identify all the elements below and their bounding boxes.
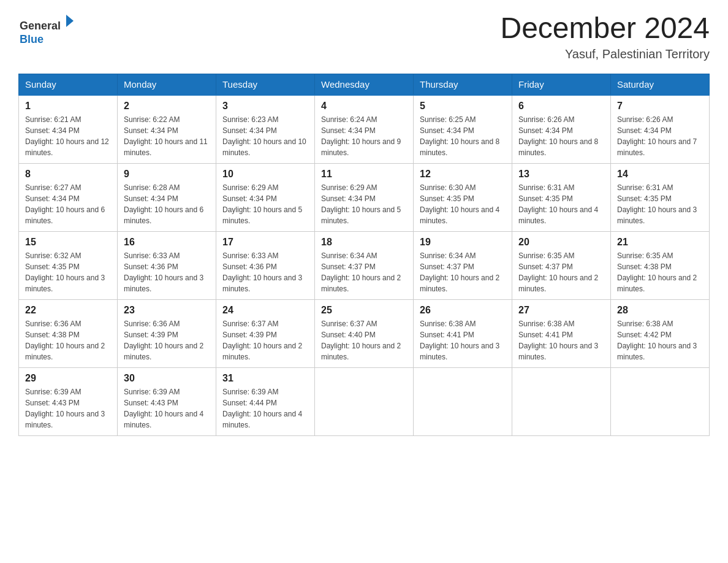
svg-text:Blue: Blue — [20, 33, 44, 45]
calendar-day: 22Sunrise: 6:36 AMSunset: 4:38 PMDayligh… — [19, 299, 118, 367]
day-number: 11 — [321, 169, 407, 180]
day-info: Sunrise: 6:36 AMSunset: 4:38 PMDaylight:… — [25, 318, 111, 362]
day-info: Sunrise: 6:25 AMSunset: 4:34 PMDaylight:… — [420, 114, 506, 158]
calendar-week-1: 1Sunrise: 6:21 AMSunset: 4:34 PMDaylight… — [19, 95, 710, 164]
calendar-day: 15Sunrise: 6:32 AMSunset: 4:35 PMDayligh… — [19, 231, 118, 299]
calendar-day: 24Sunrise: 6:37 AMSunset: 4:39 PMDayligh… — [216, 299, 315, 367]
calendar-week-5: 29Sunrise: 6:39 AMSunset: 4:43 PMDayligh… — [19, 367, 710, 435]
calendar-day: 1Sunrise: 6:21 AMSunset: 4:34 PMDaylight… — [19, 95, 118, 164]
calendar-day: 16Sunrise: 6:33 AMSunset: 4:36 PMDayligh… — [118, 231, 216, 299]
location-title: Yasuf, Palestinian Territory — [500, 47, 710, 61]
calendar-day: 21Sunrise: 6:35 AMSunset: 4:38 PMDayligh… — [611, 231, 710, 299]
day-number: 3 — [222, 101, 308, 112]
day-info: Sunrise: 6:26 AMSunset: 4:34 PMDaylight:… — [617, 114, 703, 158]
day-info: Sunrise: 6:39 AMSunset: 4:44 PMDaylight:… — [222, 386, 308, 431]
day-number: 16 — [124, 237, 210, 248]
calendar-day: 10Sunrise: 6:29 AMSunset: 4:34 PMDayligh… — [216, 163, 315, 231]
calendar-day: 19Sunrise: 6:34 AMSunset: 4:37 PMDayligh… — [414, 231, 512, 299]
day-info: Sunrise: 6:33 AMSunset: 4:36 PMDaylight:… — [124, 250, 210, 294]
calendar-day: 4Sunrise: 6:24 AMSunset: 4:34 PMDaylight… — [315, 95, 414, 164]
calendar-day: 18Sunrise: 6:34 AMSunset: 4:37 PMDayligh… — [315, 231, 414, 299]
calendar-day: 23Sunrise: 6:36 AMSunset: 4:39 PMDayligh… — [118, 299, 216, 367]
calendar-day: 26Sunrise: 6:38 AMSunset: 4:41 PMDayligh… — [414, 299, 512, 367]
day-number: 7 — [617, 101, 703, 112]
logo-svg: General Blue — [18, 12, 74, 49]
day-info: Sunrise: 6:32 AMSunset: 4:35 PMDaylight:… — [25, 250, 111, 294]
calendar-day: 25Sunrise: 6:37 AMSunset: 4:40 PMDayligh… — [315, 299, 414, 367]
calendar-week-3: 15Sunrise: 6:32 AMSunset: 4:35 PMDayligh… — [19, 231, 710, 299]
day-info: Sunrise: 6:22 AMSunset: 4:34 PMDaylight:… — [124, 114, 210, 158]
calendar-day: 28Sunrise: 6:38 AMSunset: 4:42 PMDayligh… — [611, 299, 710, 367]
day-header-tuesday: Tuesday — [216, 74, 315, 95]
calendar-day: 3Sunrise: 6:23 AMSunset: 4:34 PMDaylight… — [216, 95, 315, 164]
calendar-week-4: 22Sunrise: 6:36 AMSunset: 4:38 PMDayligh… — [19, 299, 710, 367]
day-info: Sunrise: 6:23 AMSunset: 4:34 PMDaylight:… — [222, 114, 308, 158]
day-info: Sunrise: 6:29 AMSunset: 4:34 PMDaylight:… — [222, 182, 308, 226]
day-number: 5 — [420, 101, 506, 112]
calendar-day: 20Sunrise: 6:35 AMSunset: 4:37 PMDayligh… — [512, 231, 611, 299]
day-info: Sunrise: 6:24 AMSunset: 4:34 PMDaylight:… — [321, 114, 407, 158]
header-row: SundayMondayTuesdayWednesdayThursdayFrid… — [19, 74, 710, 95]
day-number: 28 — [617, 305, 703, 316]
calendar-day: 14Sunrise: 6:31 AMSunset: 4:35 PMDayligh… — [611, 163, 710, 231]
logo: General Blue — [18, 12, 74, 49]
day-number: 31 — [222, 373, 308, 384]
page-header: General Blue December 2024 Yasuf, Palest… — [18, 12, 710, 61]
day-info: Sunrise: 6:39 AMSunset: 4:43 PMDaylight:… — [25, 386, 111, 431]
day-number: 21 — [617, 237, 703, 248]
day-info: Sunrise: 6:29 AMSunset: 4:34 PMDaylight:… — [321, 182, 407, 226]
day-info: Sunrise: 6:37 AMSunset: 4:39 PMDaylight:… — [222, 318, 308, 362]
day-number: 1 — [25, 101, 111, 112]
day-info: Sunrise: 6:34 AMSunset: 4:37 PMDaylight:… — [420, 250, 506, 294]
calendar-day: 31Sunrise: 6:39 AMSunset: 4:44 PMDayligh… — [216, 367, 315, 435]
day-info: Sunrise: 6:30 AMSunset: 4:35 PMDaylight:… — [420, 182, 506, 226]
day-number: 18 — [321, 237, 407, 248]
day-header-sunday: Sunday — [19, 74, 118, 95]
calendar-day: 5Sunrise: 6:25 AMSunset: 4:34 PMDaylight… — [414, 95, 512, 164]
calendar-day: 6Sunrise: 6:26 AMSunset: 4:34 PMDaylight… — [512, 95, 611, 164]
svg-text:General: General — [20, 20, 61, 32]
day-info: Sunrise: 6:35 AMSunset: 4:37 PMDaylight:… — [518, 250, 604, 294]
day-header-thursday: Thursday — [414, 74, 512, 95]
calendar-table: SundayMondayTuesdayWednesdayThursdayFrid… — [18, 74, 710, 436]
title-area: December 2024 Yasuf, Palestinian Territo… — [500, 12, 710, 61]
day-info: Sunrise: 6:26 AMSunset: 4:34 PMDaylight:… — [518, 114, 604, 158]
calendar-day: 11Sunrise: 6:29 AMSunset: 4:34 PMDayligh… — [315, 163, 414, 231]
day-number: 13 — [518, 169, 604, 180]
calendar-header: SundayMondayTuesdayWednesdayThursdayFrid… — [19, 74, 710, 95]
calendar-day: 30Sunrise: 6:39 AMSunset: 4:43 PMDayligh… — [118, 367, 216, 435]
day-number: 8 — [25, 169, 111, 180]
day-number: 17 — [222, 237, 308, 248]
calendar-day: 29Sunrise: 6:39 AMSunset: 4:43 PMDayligh… — [19, 367, 118, 435]
day-number: 23 — [124, 305, 210, 316]
day-info: Sunrise: 6:33 AMSunset: 4:36 PMDaylight:… — [222, 250, 308, 294]
month-title: December 2024 — [500, 12, 710, 45]
calendar-week-2: 8Sunrise: 6:27 AMSunset: 4:34 PMDaylight… — [19, 163, 710, 231]
day-info: Sunrise: 6:31 AMSunset: 4:35 PMDaylight:… — [617, 182, 703, 226]
svg-marker-1 — [66, 15, 74, 27]
calendar-day: 27Sunrise: 6:38 AMSunset: 4:41 PMDayligh… — [512, 299, 611, 367]
day-info: Sunrise: 6:27 AMSunset: 4:34 PMDaylight:… — [25, 182, 111, 226]
day-number: 10 — [222, 169, 308, 180]
day-info: Sunrise: 6:35 AMSunset: 4:38 PMDaylight:… — [617, 250, 703, 294]
day-info: Sunrise: 6:39 AMSunset: 4:43 PMDaylight:… — [124, 386, 210, 431]
day-header-monday: Monday — [118, 74, 216, 95]
day-number: 4 — [321, 101, 407, 112]
day-number: 29 — [25, 373, 111, 384]
day-info: Sunrise: 6:21 AMSunset: 4:34 PMDaylight:… — [25, 114, 111, 158]
day-info: Sunrise: 6:37 AMSunset: 4:40 PMDaylight:… — [321, 318, 407, 362]
day-number: 9 — [124, 169, 210, 180]
day-header-wednesday: Wednesday — [315, 74, 414, 95]
calendar-day — [315, 367, 414, 435]
day-info: Sunrise: 6:38 AMSunset: 4:41 PMDaylight:… — [420, 318, 506, 362]
calendar-day: 7Sunrise: 6:26 AMSunset: 4:34 PMDaylight… — [611, 95, 710, 164]
day-info: Sunrise: 6:36 AMSunset: 4:39 PMDaylight:… — [124, 318, 210, 362]
day-number: 14 — [617, 169, 703, 180]
day-info: Sunrise: 6:31 AMSunset: 4:35 PMDaylight:… — [518, 182, 604, 226]
calendar-day — [414, 367, 512, 435]
calendar-day: 8Sunrise: 6:27 AMSunset: 4:34 PMDaylight… — [19, 163, 118, 231]
calendar-day: 2Sunrise: 6:22 AMSunset: 4:34 PMDaylight… — [118, 95, 216, 164]
day-number: 25 — [321, 305, 407, 316]
day-number: 2 — [124, 101, 210, 112]
calendar-day — [512, 367, 611, 435]
